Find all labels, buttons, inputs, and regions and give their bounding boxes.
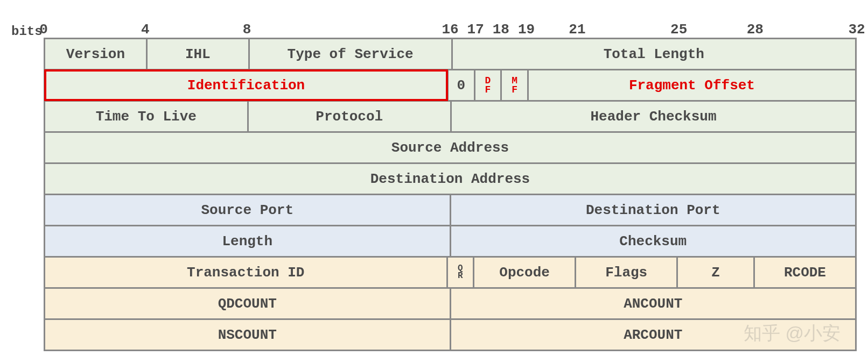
dns-row-2: NSCOUNT ARCOUNT bbox=[45, 318, 855, 350]
tick-19: 19 bbox=[518, 22, 535, 38]
field-z: Z bbox=[676, 258, 753, 287]
tick-4: 4 bbox=[141, 22, 150, 38]
tick-28: 28 bbox=[747, 22, 764, 38]
ip-row-3: Source Address bbox=[45, 131, 855, 162]
field-flags: Flags bbox=[575, 258, 676, 287]
field-flag-mf: M F bbox=[500, 70, 527, 100]
field-total-length: Total Length bbox=[451, 39, 856, 69]
tick-17: 17 bbox=[467, 22, 484, 38]
tick-25: 25 bbox=[670, 22, 687, 38]
header-grid: Version IHL Type of Service Total Length… bbox=[44, 38, 857, 351]
section-label-udp: UDP header bbox=[855, 202, 868, 237]
section-label-dns: DNS header bbox=[855, 277, 868, 312]
packet-header-diagram: bits 0481617181921252832 Version IHL Typ… bbox=[11, 11, 857, 351]
tick-21: 21 bbox=[569, 22, 585, 38]
axis-label: bits bbox=[11, 24, 43, 39]
field-version: Version bbox=[45, 39, 146, 69]
field-protocol: Protocol bbox=[247, 102, 451, 131]
field-identification: Identification bbox=[45, 70, 447, 100]
ip-row-0: Version IHL Type of Service Total Length bbox=[45, 38, 855, 69]
section-label-ip: IP header bbox=[855, 90, 868, 125]
field-tos: Type of Service bbox=[248, 39, 451, 69]
field-udp-length: Length bbox=[45, 226, 450, 256]
field-ancount: ANCOUNT bbox=[450, 289, 856, 318]
field-ihl: IHL bbox=[146, 39, 248, 69]
field-transaction-id: Transaction ID bbox=[45, 258, 446, 287]
field-source-address: Source Address bbox=[45, 133, 855, 162]
field-fragment-offset: Fragment Offset bbox=[527, 70, 855, 100]
dns-row-0: Transaction ID Q R Opcode Flags Z RCODE bbox=[45, 256, 855, 287]
field-qdcount: QDCOUNT bbox=[45, 289, 450, 318]
bit-axis: bits 0481617181921252832 bbox=[11, 11, 857, 38]
ip-row-2: Time To Live Protocol Header Checksum IP… bbox=[45, 100, 855, 131]
field-flag-reserved: 0 bbox=[447, 70, 474, 100]
tick-18: 18 bbox=[493, 22, 509, 38]
field-rcode: RCODE bbox=[753, 258, 855, 287]
field-nscount: NSCOUNT bbox=[45, 320, 450, 350]
tick-16: 16 bbox=[442, 22, 458, 38]
dns-row-1: QDCOUNT ANCOUNT DNS header bbox=[45, 287, 855, 318]
tick-0: 0 bbox=[39, 22, 48, 38]
field-ttl: Time To Live bbox=[45, 102, 247, 131]
field-qr: Q R bbox=[446, 258, 473, 287]
field-header-checksum: Header Checksum bbox=[450, 102, 855, 131]
field-arcount: ARCOUNT bbox=[450, 320, 856, 350]
field-destination-port: Destination Port bbox=[450, 195, 856, 225]
field-udp-checksum: Checksum bbox=[450, 226, 856, 256]
field-opcode: Opcode bbox=[473, 258, 575, 287]
field-destination-address: Destination Address bbox=[45, 164, 855, 194]
field-source-port: Source Port bbox=[45, 195, 450, 225]
ip-row-1: Identification 0 D F M F Fragment Offset bbox=[45, 69, 855, 100]
tick-8: 8 bbox=[243, 22, 251, 38]
udp-row-0: Source Port Destination Port UDP header bbox=[45, 194, 855, 225]
ip-row-4: Destination Address bbox=[45, 162, 855, 194]
tick-32: 32 bbox=[848, 22, 865, 38]
field-flag-df: D F bbox=[474, 70, 501, 100]
udp-row-1: Length Checksum bbox=[45, 225, 855, 256]
